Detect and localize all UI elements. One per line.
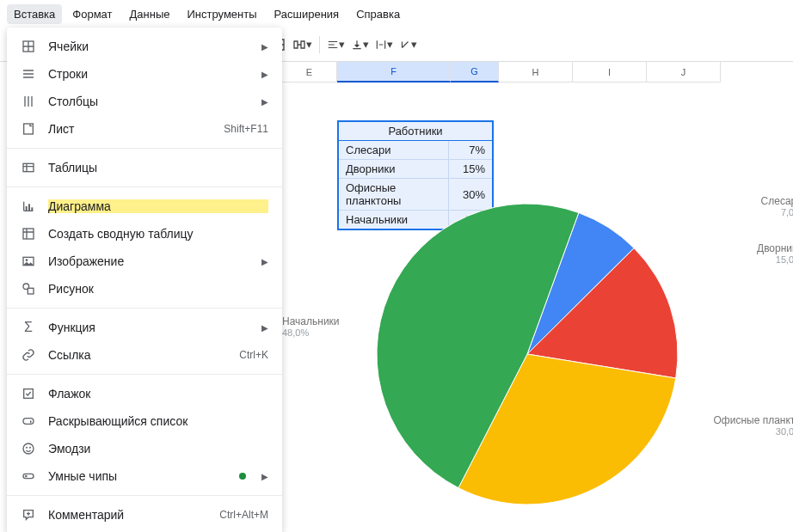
table-row[interactable]: Дворники15% — [338, 160, 493, 179]
menu-separator — [7, 187, 282, 187]
menu-item-label: Ссылка — [48, 348, 227, 362]
menu-item-emoji[interactable]: Эмодзи — [7, 435, 282, 462]
table-header: Работники — [338, 121, 493, 141]
menu-item-label: Строки — [48, 67, 249, 81]
emoji-icon — [21, 441, 36, 456]
rotate-icon — [399, 39, 411, 51]
menu-item-label: Функция — [48, 321, 249, 334]
align-icon — [327, 39, 339, 51]
menu-item-table[interactable]: Таблицы — [7, 154, 282, 181]
pie-svg — [372, 199, 682, 509]
menu-item-label: Эмодзи — [48, 442, 268, 456]
menu-данные[interactable]: Данные — [123, 4, 177, 24]
column-header-G[interactable]: G — [451, 62, 499, 83]
menu-item-label: Диаграмма — [48, 199, 268, 213]
svg-point-14 — [26, 447, 28, 449]
v-align-button[interactable]: ▾ — [349, 34, 372, 56]
menu-item-cols[interactable]: Столбцы▶ — [7, 88, 282, 115]
menu-вставка[interactable]: Вставка — [7, 4, 62, 24]
sheet-icon — [21, 121, 36, 137]
menu-item-rows[interactable]: Строки▶ — [7, 60, 282, 88]
svg-rect-16 — [23, 474, 34, 478]
menu-separator — [7, 374, 282, 375]
separator — [319, 36, 320, 53]
column-header-F[interactable]: F — [337, 62, 451, 83]
menu-item-comment[interactable]: КомментарийCtrl+Alt+M — [7, 501, 282, 529]
menu-item-pivot[interactable]: Создать сводную таблицу — [7, 220, 282, 248]
svg-point-13 — [23, 443, 34, 454]
drawing-icon — [21, 281, 36, 297]
column-header-H[interactable]: H — [499, 62, 573, 83]
menu-item-chips[interactable]: Умные чипы▶ — [7, 462, 282, 490]
menu-item-link[interactable]: СсылкаCtrl+K — [7, 341, 282, 369]
svg-point-17 — [25, 475, 28, 478]
submenu-arrow-icon: ▶ — [261, 97, 268, 107]
chips-icon — [21, 468, 36, 484]
svg-rect-6 — [23, 229, 34, 239]
new-indicator-dot — [239, 473, 246, 480]
merge-button[interactable]: ▾ — [292, 34, 314, 56]
column-header-I[interactable]: I — [573, 62, 647, 83]
rotate-button[interactable]: ▾ — [397, 34, 420, 56]
menu-item-sigma[interactable]: ΣФункция▶ — [7, 314, 282, 341]
menu-item-sheet[interactable]: ЛистShift+F11 — [7, 115, 282, 143]
menu-item-cells[interactable]: Ячейки▶ — [7, 33, 282, 60]
wrap-icon — [375, 39, 387, 51]
wrap-button[interactable]: ▾ — [373, 34, 396, 56]
pie-chart[interactable]: Слесари7,0%Дворники15,0%Офисные планкт..… — [372, 199, 682, 511]
table-icon — [21, 160, 36, 175]
chart-label-2: Офисные планкт...30,0% — [699, 414, 793, 437]
svg-point-8 — [26, 259, 28, 261]
submenu-arrow-icon: ▶ — [261, 323, 268, 333]
h-align-button[interactable]: ▾ — [325, 34, 347, 56]
insert-menu-dropdown: Ячейки▶Строки▶Столбцы▶ЛистShift+F11Табли… — [7, 28, 282, 532]
menu-item-checkbox[interactable]: Флажок — [7, 380, 282, 407]
svg-rect-4 — [28, 204, 30, 211]
menu-item-label: Ячейки — [48, 40, 249, 53]
comment-icon — [21, 507, 36, 523]
merge-icon — [292, 38, 306, 52]
svg-rect-3 — [26, 206, 28, 211]
menu-item-image[interactable]: Изображение▶ — [7, 248, 282, 275]
chart-icon — [21, 199, 36, 214]
menu-separator — [7, 495, 282, 496]
cell-pct: 15% — [448, 160, 493, 179]
menu-item-label: Изображение — [48, 254, 249, 268]
menu-справка[interactable]: Справка — [349, 4, 407, 24]
svg-rect-1 — [24, 124, 34, 134]
table-row[interactable]: Слесари7% — [338, 141, 493, 160]
checkbox-icon — [21, 386, 36, 401]
rows-icon — [21, 66, 36, 82]
menu-item-dropdown[interactable]: Раскрывающийся список — [7, 407, 282, 435]
cells-icon — [21, 39, 36, 54]
menu-расширения[interactable]: Расширения — [267, 4, 347, 24]
cols-icon — [21, 94, 36, 109]
menu-формат[interactable]: Формат — [65, 4, 119, 24]
menu-item-label: Таблицы — [48, 161, 268, 174]
menu-инструменты[interactable]: Инструменты — [180, 4, 263, 24]
shortcut-label: Shift+F11 — [224, 123, 268, 135]
menu-item-drawing[interactable]: Рисунок — [7, 275, 282, 303]
menu-separator — [7, 148, 282, 149]
chart-label-1: Дворники15,0% — [699, 242, 793, 265]
cell-name: Дворники — [338, 160, 448, 179]
column-header-E[interactable]: E — [282, 62, 337, 83]
pivot-icon — [21, 226, 36, 242]
menu-item-label: Флажок — [48, 387, 268, 401]
menu-item-label: Столбцы — [48, 95, 249, 108]
menu-item-label: Умные чипы — [48, 469, 227, 483]
link-icon — [21, 347, 36, 363]
menubar: ВставкаФорматДанныеИнструментыРасширения… — [0, 0, 793, 28]
valign-icon — [351, 39, 363, 51]
menu-separator — [7, 308, 282, 309]
menu-item-chart[interactable]: Диаграмма — [7, 193, 282, 220]
chart-label-3: Начальники48,0% — [282, 315, 385, 338]
column-header-J[interactable]: J — [647, 62, 721, 83]
cell-pct: 7% — [448, 141, 493, 160]
cell-name: Слесари — [338, 141, 448, 160]
chart-label-0: Слесари7,0% — [699, 195, 793, 217]
svg-rect-11 — [24, 389, 34, 399]
menu-item-label: Комментарий — [48, 508, 207, 522]
svg-rect-10 — [28, 288, 34, 294]
sheet-area: EFGHIJ Работники Слесари7%Дворники15%Офи… — [282, 62, 793, 532]
